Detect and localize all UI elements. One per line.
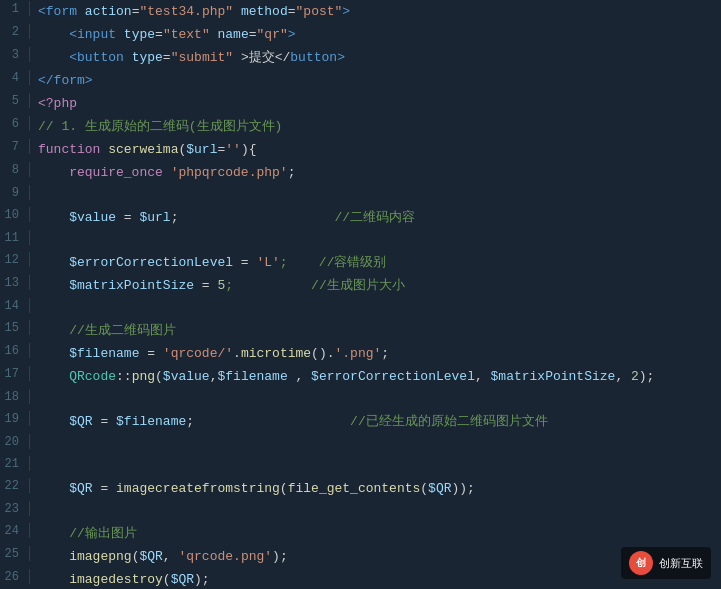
line-number: 19 [0, 411, 30, 426]
line-number: 2 [0, 24, 30, 39]
line-number: 22 [0, 478, 30, 493]
line-number: 11 [0, 230, 30, 245]
line-content: <input type="text" name="qr"> [38, 24, 721, 45]
code-line: 9 [0, 184, 721, 206]
line-number: 3 [0, 47, 30, 62]
line-number: 12 [0, 252, 30, 267]
line-content: //生成二维码图片 [38, 320, 721, 341]
code-line: 11 [0, 229, 721, 251]
line-content: //输出图片 [38, 523, 721, 544]
watermark-label: 创新互联 [659, 556, 703, 571]
line-number: 1 [0, 1, 30, 16]
line-number: 7 [0, 139, 30, 154]
code-line: 12 $errorCorrectionLevel = 'L'; //容错级别 [0, 251, 721, 274]
line-content: <button type="submit" >提交</button> [38, 47, 721, 68]
line-number: 17 [0, 366, 30, 381]
code-line: 22 $QR = imagecreatefromstring(file_get_… [0, 477, 721, 500]
line-number: 14 [0, 298, 30, 313]
line-content: $value = $url; //二维码内容 [38, 207, 721, 228]
code-line: 6// 1. 生成原始的二维码(生成图片文件) [0, 115, 721, 138]
code-line: 20 [0, 433, 721, 455]
line-number: 15 [0, 320, 30, 335]
line-content: <?php [38, 93, 721, 114]
code-line: 3 <button type="submit" >提交</button> [0, 46, 721, 69]
code-line: 15 //生成二维码图片 [0, 319, 721, 342]
code-line: 2 <input type="text" name="qr"> [0, 23, 721, 46]
code-line: 25 imagepng($QR, 'qrcode.png'); [0, 545, 721, 568]
code-line: 1<form action="test34.php" method="post"… [0, 0, 721, 23]
code-line: 18 [0, 388, 721, 410]
watermark: 创 创新互联 [621, 547, 711, 579]
line-number: 24 [0, 523, 30, 538]
code-line: 16 $filename = 'qrcode/'.microtime().'.p… [0, 342, 721, 365]
line-content: $errorCorrectionLevel = 'L'; //容错级别 [38, 252, 721, 273]
line-number: 18 [0, 389, 30, 404]
code-line: 21 [0, 455, 721, 477]
line-number: 20 [0, 434, 30, 449]
line-number: 25 [0, 546, 30, 561]
code-line: 17 QRcode::png($value,$filename , $error… [0, 365, 721, 388]
line-number: 23 [0, 501, 30, 516]
line-content: // 1. 生成原始的二维码(生成图片文件) [38, 116, 721, 137]
code-line: 8 require_once 'phpqrcode.php'; [0, 161, 721, 184]
line-content: $matrixPointSize = 5; //生成图片大小 [38, 275, 721, 296]
code-line: 5<?php [0, 92, 721, 115]
code-line: 13 $matrixPointSize = 5; //生成图片大小 [0, 274, 721, 297]
line-content: imagedestroy($QR); [38, 569, 721, 589]
line-content: $filename = 'qrcode/'.microtime().'.png'… [38, 343, 721, 364]
line-number: 4 [0, 70, 30, 85]
code-editor: 1<form action="test34.php" method="post"… [0, 0, 721, 589]
code-line: 19 $QR = $filename; //已经生成的原始二维码图片文件 [0, 410, 721, 433]
line-content: </form> [38, 70, 721, 91]
line-number: 9 [0, 185, 30, 200]
line-number: 10 [0, 207, 30, 222]
code-line: 10 $value = $url; //二维码内容 [0, 206, 721, 229]
code-line: 26 imagedestroy($QR); [0, 568, 721, 589]
watermark-icon: 创 [629, 551, 653, 575]
line-number: 16 [0, 343, 30, 358]
line-number: 26 [0, 569, 30, 584]
line-content: require_once 'phpqrcode.php'; [38, 162, 721, 183]
line-content: function scerweima($url=''){ [38, 139, 721, 160]
line-number: 8 [0, 162, 30, 177]
line-content: $QR = $filename; //已经生成的原始二维码图片文件 [38, 411, 721, 432]
line-content: imagepng($QR, 'qrcode.png'); [38, 546, 721, 567]
code-line: 4</form> [0, 69, 721, 92]
line-content: <form action="test34.php" method="post"> [38, 1, 721, 22]
code-line: 14 [0, 297, 721, 319]
line-content: QRcode::png($value,$filename , $errorCor… [38, 366, 721, 387]
line-number: 6 [0, 116, 30, 131]
code-line: 7function scerweima($url=''){ [0, 138, 721, 161]
line-number: 21 [0, 456, 30, 471]
line-number: 13 [0, 275, 30, 290]
code-line: 24 //输出图片 [0, 522, 721, 545]
line-content: $QR = imagecreatefromstring(file_get_con… [38, 478, 721, 499]
line-number: 5 [0, 93, 30, 108]
code-line: 23 [0, 500, 721, 522]
